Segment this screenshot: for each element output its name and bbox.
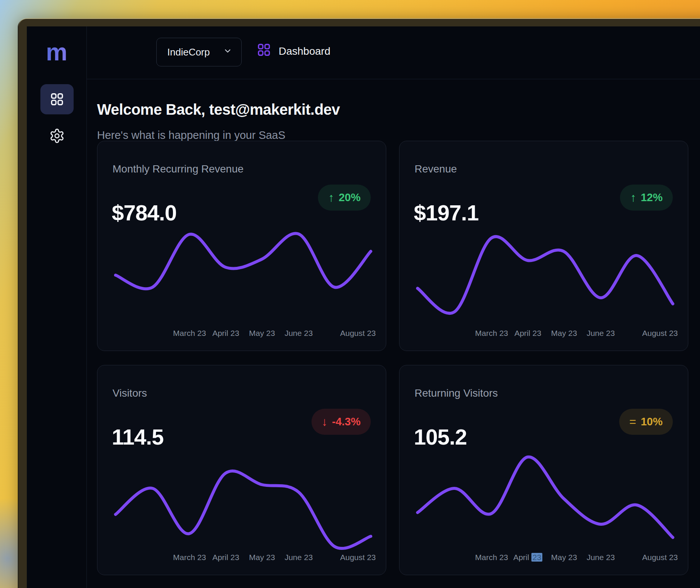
chart-line: [116, 233, 371, 289]
x-axis-tick: August 23: [340, 553, 376, 562]
x-axis-tick: April 23: [212, 553, 239, 562]
chevron-down-icon: [223, 46, 232, 58]
team-selector-label: IndieCorp: [167, 46, 210, 58]
dashboard-grid-icon: [257, 43, 271, 58]
stat-card: Revenue $197.1 ↑ 12% March 23April 23May…: [399, 141, 688, 351]
team-selector-button[interactable]: IndieCorp: [156, 38, 242, 66]
x-axis-tick: April 23: [513, 553, 542, 562]
sidebar-item-dashboard[interactable]: [40, 84, 74, 114]
desktop-wallpaper: m: [0, 0, 700, 588]
welcome-subtitle: Here's what is happening in your SaaS: [97, 129, 285, 142]
x-axis-tick: August 23: [642, 553, 678, 562]
x-axis-tick: March 23: [173, 329, 206, 338]
x-axis-tick: March 23: [173, 553, 206, 562]
x-axis-labels: March 23April 23May 23June 23August 23: [97, 329, 386, 340]
stat-card: Returning Visitors 105.2 = 10% March 23A…: [399, 365, 688, 575]
x-axis-tick: May 23: [551, 329, 577, 338]
page-title: Dashboard: [279, 45, 330, 57]
x-axis-tick: May 23: [551, 553, 577, 562]
x-axis-labels: March 23April 23May 23June 23August 23: [399, 329, 688, 340]
selected-text: 23: [531, 553, 542, 562]
x-axis-tick: April 23: [514, 329, 541, 338]
x-axis-tick: May 23: [249, 329, 275, 338]
line-chart: [97, 141, 386, 351]
x-axis-labels: March 23April 23May 23June 23August 23: [399, 553, 688, 564]
app-window: m: [19, 19, 700, 588]
x-axis-tick: August 23: [340, 329, 376, 338]
stats-grid: Monthly Recurring Revenue $784.0 ↑ 20% M…: [97, 141, 688, 575]
line-chart: [399, 141, 688, 351]
line-chart: [399, 365, 688, 575]
sidebar-item-settings[interactable]: [40, 121, 74, 151]
sidebar: m: [27, 26, 87, 588]
x-axis-tick: June 23: [285, 553, 313, 562]
x-axis-tick: March 23: [475, 329, 508, 338]
chart-line: [418, 237, 673, 313]
x-axis-tick: June 23: [587, 553, 615, 562]
x-axis-tick: August 23: [642, 329, 678, 338]
stat-card: Visitors 114.5 ↓ -4.3% March 23April 23M…: [97, 365, 386, 575]
app-content: m: [27, 26, 700, 588]
grid-icon: [50, 92, 64, 106]
x-axis-tick: June 23: [285, 329, 313, 338]
gear-icon: [49, 128, 65, 144]
x-axis-tick: March 23: [475, 553, 508, 562]
x-axis-tick: April 23: [212, 329, 239, 338]
chart-line: [116, 471, 371, 548]
topbar: IndieCorp Dashboard: [87, 26, 700, 79]
chart-line: [418, 457, 673, 537]
welcome-heading: Welcome Back, test@makerkit.dev: [97, 101, 340, 118]
app-logo[interactable]: m: [27, 40, 86, 64]
x-axis-tick: June 23: [587, 329, 615, 338]
line-chart: [97, 365, 386, 575]
stat-card: Monthly Recurring Revenue $784.0 ↑ 20% M…: [97, 141, 386, 351]
x-axis-tick: May 23: [249, 553, 275, 562]
x-axis-labels: March 23April 23May 23June 23August 23: [97, 553, 386, 564]
